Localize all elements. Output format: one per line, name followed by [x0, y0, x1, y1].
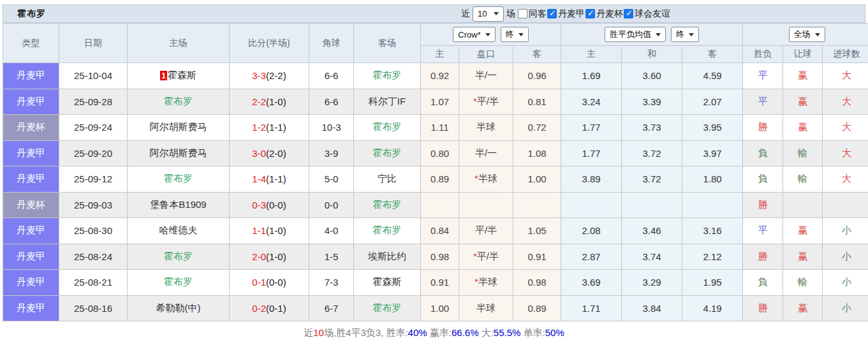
table-row: 丹麦甲 25-08-30 哈维德夫 1-1(1-0) 4-0 霍布罗 0.84 … [3, 218, 868, 244]
cell-corners: 4-0 [309, 218, 354, 244]
filter-item: 同客 [518, 8, 547, 20]
cell-home-team: 哈维德夫 [128, 218, 230, 244]
summary-segment: 大: [479, 327, 494, 338]
away-team-name: 宁比 [378, 173, 397, 184]
handicap-text: 半/一 [475, 147, 497, 158]
cell-corners: 10-3 [309, 115, 354, 141]
filter-item: 球会友谊 [624, 8, 670, 20]
cell-handicap: *半球 [459, 270, 513, 296]
filter-checkbox[interactable] [518, 9, 527, 18]
cell-avg-home: 2.08 [561, 218, 622, 244]
cell-avg-home: 1.77 [561, 115, 622, 141]
fulltime-score: 1-2 [252, 122, 266, 133]
cell-result: 平 [743, 89, 783, 115]
handicap-text: 平/半 [475, 224, 497, 235]
cell-avg-away: 2.12 [682, 244, 743, 270]
chevron-down-icon [519, 33, 524, 36]
cell-league: 丹麦杯 [3, 192, 59, 218]
fulltime-score: 0-1 [252, 277, 266, 288]
table-body: 丹麦甲 25-10-04 1霍森斯 3-3(2-2) 6-6 霍布罗 0.92 … [3, 63, 868, 321]
handicap-text: 半/一 [475, 70, 497, 80]
cell-goals [823, 192, 868, 218]
table-header: 类型 日期 主场 比分(半场) 角球 客场 Crow* 终 [3, 24, 868, 63]
cell-odds-away: 0.96 [513, 63, 561, 89]
table-row: 丹麦甲 25-09-20 阿尔胡斯费马 3-0(2-0) 3-9 霍布罗 0.8… [3, 140, 868, 166]
cell-odds-home: 0.91 [421, 270, 459, 296]
filter-checkbox[interactable] [585, 9, 595, 18]
table-row: 丹麦杯 25-09-24 阿尔胡斯费马 1-2(1-1) 10-3 霍布罗 1.… [3, 115, 868, 141]
handicap-text: 半球 [476, 302, 496, 313]
odds-group-header: Crow* 终 [421, 24, 561, 46]
summary-segment: 50% [545, 327, 564, 338]
cell-avg-draw: 3.72 [622, 166, 682, 193]
avg-type-select[interactable]: 胜平负均值 [605, 27, 666, 42]
cell-score: 3-3(2-2) [230, 63, 309, 89]
cell-corners: 6-7 [309, 295, 354, 321]
halftime-score: (2-0) [266, 148, 286, 159]
summary-segment: 单率: [520, 327, 545, 338]
summary-segment: 近 [304, 327, 313, 338]
cell-handicap-result: 赢 [783, 218, 823, 244]
cell-corners: 5-0 [309, 166, 354, 193]
cell-score: 1-2(1-1) [230, 115, 309, 141]
away-team-name: 霍布罗 [373, 224, 402, 235]
odds-company-select[interactable]: Crow* [453, 27, 495, 42]
recent-count-select[interactable]: 10 [473, 6, 504, 22]
cell-away-team: 霍布罗 [354, 192, 421, 218]
cell-goals: 大 [823, 89, 868, 115]
away-team-name: 霍布罗 [373, 70, 402, 80]
cell-away-team: 霍布罗 [354, 63, 421, 89]
cell-score: 2-0(1-0) [230, 244, 309, 270]
scope-select[interactable]: 全场 [789, 27, 825, 42]
cell-away-team: 霍布罗 [354, 115, 421, 141]
cell-goals: 小 [823, 218, 868, 244]
filter-checkbox[interactable] [547, 9, 557, 18]
cell-avg-draw: 3.60 [622, 63, 682, 89]
home-team-name: 霍布罗 [164, 96, 193, 106]
fulltime-score: 2-2 [252, 96, 266, 107]
chevron-down-icon [656, 33, 661, 36]
cell-result: 平 [743, 63, 783, 89]
cell-score: 0-3(0-0) [230, 192, 309, 218]
filter-item: 丹麦杯 [585, 8, 623, 20]
cell-handicap-result: 赢 [783, 295, 823, 321]
away-team-name: 霍布罗 [373, 302, 402, 313]
cell-date: 25-10-04 [59, 63, 128, 89]
handicap-text: 平/半 [477, 251, 499, 261]
summary-segment: 55.5% [494, 327, 521, 338]
cell-odds-away [513, 192, 561, 218]
cell-avg-home: 2.87 [561, 244, 622, 270]
cell-avg-home [561, 192, 622, 218]
cell-odds-away: 0.98 [513, 270, 561, 296]
cell-odds-home: 1.00 [421, 295, 459, 321]
cell-result: 負 [743, 166, 783, 193]
fulltime-score: 0-2 [252, 303, 266, 314]
cell-odds-home: 1.07 [421, 89, 459, 115]
cell-odds-home: 0.84 [421, 218, 459, 244]
filter-group: 同客 丹麦甲 丹麦杯 球会友谊 [518, 8, 670, 20]
cell-goals: 大 [823, 115, 868, 141]
cell-away-team: 科尔丁IF [354, 89, 421, 115]
cell-handicap: 半球 [459, 295, 513, 321]
cell-avg-away: 3.16 [682, 218, 743, 244]
table-row: 丹麦甲 25-09-12 霍布罗 1-4(1-1) 5-0 宁比 0.89 *半… [3, 166, 868, 193]
cell-league: 丹麦甲 [3, 63, 59, 89]
cell-league: 丹麦甲 [3, 295, 59, 321]
cell-handicap-result: 赢 [783, 89, 823, 115]
cell-goals: 大 [823, 63, 868, 89]
toolbar-controls: 近 10 场 同客 丹麦甲 丹麦杯 球会友谊 [461, 6, 670, 22]
cell-avg-draw: 3.72 [622, 140, 682, 166]
halftime-score: (0-1) [266, 303, 286, 314]
subheader-odds-home: 主 [421, 46, 459, 63]
cell-result: 勝 [743, 115, 783, 141]
page: 霍布罗 近 10 场 同客 丹麦甲 丹麦杯 球会友谊 [0, 0, 868, 339]
cell-odds-away: 0.91 [513, 244, 561, 270]
filter-checkbox[interactable] [624, 9, 633, 18]
table-row: 丹麦甲 25-08-21 霍布罗 0-1(0-0) 7-3 霍森斯 0.91 *… [3, 270, 868, 296]
away-team-name: 霍布罗 [373, 147, 402, 158]
cell-avg-away: 1.80 [682, 166, 743, 193]
odds-state-select[interactable]: 终 [501, 27, 529, 42]
filter-item: 丹麦甲 [547, 8, 585, 20]
cell-avg-away [682, 192, 743, 218]
avg-state-select[interactable]: 终 [671, 27, 699, 42]
